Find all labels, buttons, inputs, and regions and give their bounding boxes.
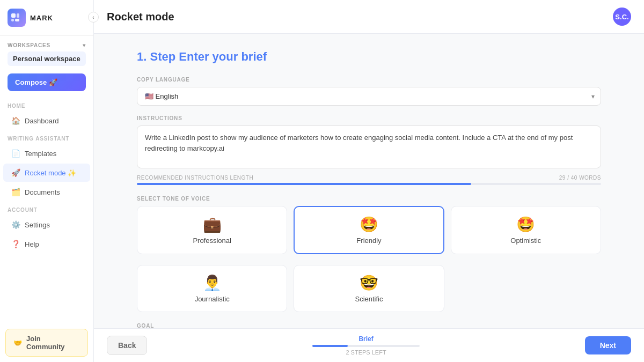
sidebar-item-rocket-mode[interactable]: 🚀 Rocket mode ✨ (3, 164, 90, 182)
tone-card-friendly[interactable]: 🤩 Friendly (294, 206, 444, 254)
main-area: Rocket mode S.C. 1. Step Enter your brie… (94, 0, 644, 362)
tone-label-journalistic: Journalistic (195, 295, 230, 303)
next-button[interactable]: Next (585, 336, 631, 354)
tone-section: SELECT TONE OF VOICE 💼 Professional 🤩 Fr… (137, 196, 601, 312)
step-progress-fill (312, 345, 348, 347)
svg-rect-2 (11, 19, 14, 21)
svg-rect-0 (11, 13, 16, 18)
page-title: Rocket mode (107, 11, 174, 23)
steps-left: 2 STEPS LEFT (346, 349, 386, 356)
instructions-section: INSTRUCTIONS Write a LinkedIn post to sh… (137, 115, 601, 185)
community-emoji-icon: 🤝 (13, 339, 22, 347)
word-count-progress-fill (137, 183, 471, 185)
scientific-emoji-icon: 🤓 (360, 274, 378, 292)
goal-section: GOAL ✍️ Tell a story/share an experience… (137, 323, 601, 328)
svg-rect-3 (15, 19, 19, 21)
content-area: 1. Step Enter your brief COPY LANGUAGE 🇺… (94, 34, 644, 328)
home-icon: 🏠 (11, 116, 20, 125)
optimistic-emoji-icon: 🤩 (516, 216, 535, 233)
step-indicator: Brief 2 STEPS LEFT (312, 335, 420, 356)
copy-language-section: COPY LANGUAGE 🇺🇸 English 🇫🇷 French 🇩🇪 Ge… (137, 77, 601, 106)
topbar: Rocket mode S.C. (94, 0, 644, 34)
sidebar-item-help[interactable]: ❓ Help (3, 235, 90, 253)
avatar: S.C. (613, 8, 631, 26)
bottom-bar: Back Brief 2 STEPS LEFT Next (94, 328, 644, 362)
friendly-emoji-icon: 🤩 (360, 216, 378, 233)
tone-label-friendly: Friendly (356, 237, 381, 245)
account-section-label: ACCOUNT (0, 202, 93, 215)
tone-card-journalistic[interactable]: 👨‍💼 Journalistic (137, 265, 287, 312)
tone-card-optimistic[interactable]: 🤩 Optimistic (451, 206, 601, 254)
tone-label-scientific: Scientific (355, 295, 383, 303)
journalistic-emoji-icon: 👨‍💼 (203, 274, 222, 292)
workspace-name[interactable]: Personal workspace (8, 51, 86, 66)
sidebar: MARK ‹ WORKSPACES ▾ Personal workspace C… (0, 0, 94, 362)
step-progress-bar (312, 345, 420, 347)
tone-label-optimistic: Optimistic (510, 237, 541, 245)
logo-text: MARK (30, 14, 53, 22)
tone-label: SELECT TONE OF VOICE (137, 196, 601, 202)
logo-icon (8, 9, 26, 27)
tone-label-professional: Professional (193, 237, 231, 245)
sidebar-item-documents[interactable]: 🗂️ Documents (3, 183, 90, 201)
professional-emoji-icon: 💼 (203, 216, 222, 233)
sidebar-item-dashboard[interactable]: 🏠 Dashboard (3, 112, 90, 130)
writing-section-label: WRITING ASSISTANT (0, 130, 93, 144)
word-count-label: RECOMMENDED INSTRUCTIONS LENGTH (137, 175, 253, 181)
word-count-progress-bar (137, 183, 601, 185)
tone-card-professional[interactable]: 💼 Professional (137, 206, 287, 254)
word-count-section: RECOMMENDED INSTRUCTIONS LENGTH 29 / 40 … (137, 175, 601, 185)
instructions-input[interactable]: Write a LinkedIn post to show my audienc… (137, 125, 601, 168)
language-select[interactable]: 🇺🇸 English 🇫🇷 French 🇩🇪 German 🇪🇸 Spanis… (137, 87, 601, 106)
tone-card-scientific[interactable]: 🤓 Scientific (294, 265, 444, 312)
sidebar-item-settings[interactable]: ⚙️ Settings (3, 216, 90, 234)
goal-label: GOAL (137, 323, 601, 328)
step-tab-brief: Brief (358, 335, 373, 343)
tone-grid: 💼 Professional 🤩 Friendly 🤩 Optimistic (137, 206, 601, 254)
word-count-value: 29 / 40 WORDS (559, 175, 601, 181)
compose-button[interactable]: Compose 🚀 (8, 73, 86, 91)
language-select-wrapper: 🇺🇸 English 🇫🇷 French 🇩🇪 German 🇪🇸 Spanis… (137, 87, 601, 106)
join-community-button[interactable]: 🤝 Join Community (5, 329, 88, 357)
back-button[interactable]: Back (107, 336, 147, 355)
workspace-section: WORKSPACES ▾ Personal workspace (0, 36, 93, 70)
sidebar-item-templates[interactable]: 📄 Templates (3, 144, 90, 162)
sidebar-collapse-button[interactable]: ‹ (88, 12, 99, 23)
rocket-icon: 🚀 (11, 168, 20, 178)
svg-rect-1 (17, 13, 19, 18)
home-section-label: HOME (0, 98, 93, 111)
step-header: 1. Step Enter your brief (137, 50, 601, 64)
tone-grid-row2: 👨‍💼 Journalistic 🤓 Scientific (137, 265, 601, 312)
sidebar-bottom: 🤝 Join Community (0, 323, 93, 362)
settings-icon: ⚙️ (11, 220, 20, 230)
workspace-label: WORKSPACES ▾ (8, 42, 86, 48)
copy-language-label: COPY LANGUAGE (137, 77, 601, 83)
documents-icon: 🗂️ (11, 187, 20, 197)
instructions-label: INSTRUCTIONS (137, 115, 601, 121)
step-tabs: Brief (358, 335, 373, 343)
sidebar-logo: MARK (0, 0, 93, 36)
templates-icon: 📄 (11, 149, 20, 158)
help-icon: ❓ (11, 239, 20, 249)
